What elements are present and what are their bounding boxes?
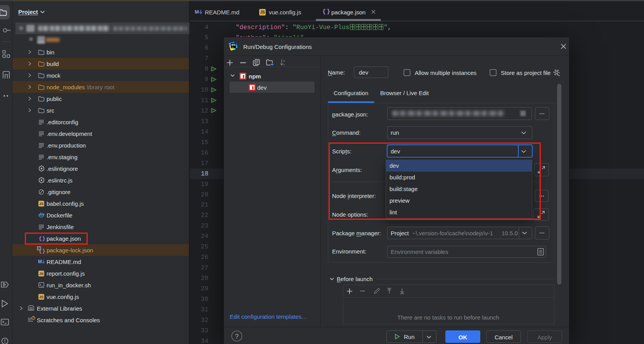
svg-text:a: a: [283, 59, 285, 63]
svg-text:?: ?: [235, 333, 239, 340]
svg-text:z: z: [283, 63, 285, 66]
